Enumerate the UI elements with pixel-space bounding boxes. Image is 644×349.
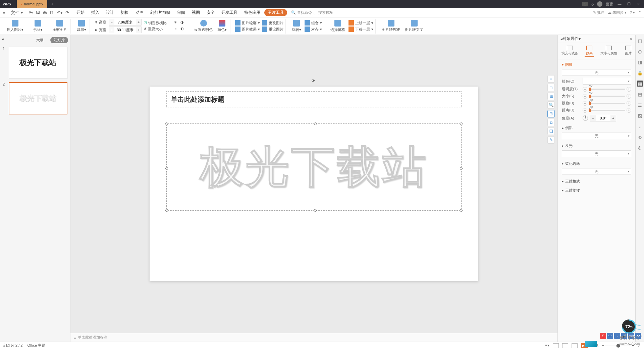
sec-glow[interactable]: ▸ 发光 [562, 143, 631, 148]
lock-ratio-checkbox[interactable]: ☑锁定纵横比 [144, 20, 167, 26]
prop-tab-effect[interactable]: 效果 [585, 45, 594, 57]
notes-bar[interactable]: ≡单击此处添加备注 [70, 333, 557, 342]
pic-to-pdf-button[interactable]: 图片转PDF [380, 19, 401, 33]
slide-thumb-2[interactable]: 极光下载站 [9, 82, 67, 114]
sec-3drotation[interactable]: ▸ 三维旋转 [562, 188, 631, 193]
cloud-icon[interactable]: ◇ [591, 2, 594, 6]
tab-animation[interactable]: 动画 [133, 8, 146, 17]
softedge-select[interactable]: 无 [562, 168, 631, 175]
rotation-handle[interactable]: ⟳ [312, 79, 316, 83]
contrast-plus-icon[interactable]: ◑ [180, 20, 186, 26]
handle-mr[interactable] [460, 167, 463, 170]
blur-slider[interactable]: 0磅 [589, 103, 625, 104]
tab-view[interactable]: 视图 [189, 8, 203, 17]
rail-color-icon[interactable]: ◷ [637, 48, 643, 54]
tab-design[interactable]: 设计 [103, 8, 117, 17]
shadow-color-select[interactable] [583, 78, 631, 85]
handle-br[interactable] [460, 209, 463, 212]
outline-tab[interactable]: 大纲 [33, 37, 47, 43]
handle-bc[interactable] [314, 209, 317, 212]
angle-input[interactable]: −+ [590, 115, 616, 121]
pic-effect-button[interactable]: 图片效果▾ [235, 27, 260, 32]
document-tab[interactable]: normal.pptx [17, 0, 47, 8]
prop-close-icon[interactable]: ✕ [629, 37, 633, 41]
normal-view-icon[interactable] [553, 343, 559, 348]
tab-slideshow[interactable]: 幻灯片放映 [148, 8, 173, 17]
rail-layout-icon[interactable]: ▤ [637, 91, 643, 97]
layer-icon[interactable]: ≡ [547, 75, 555, 83]
transparency-slider[interactable]: 0% [589, 89, 625, 90]
slide-canvas[interactable]: 单击此处添加标题 ⟳ 极光下载站 [150, 87, 478, 281]
search-commands[interactable]: 🔍 查找命令、搜索模板 [291, 10, 333, 15]
grid-tool-icon[interactable]: ⊞ [547, 110, 555, 117]
sorter-view-icon[interactable] [562, 343, 568, 348]
transparent-color-button[interactable]: 设置透明色 [193, 19, 214, 33]
sync-status[interactable]: ☁ 未同步 ▾ [608, 10, 627, 15]
save-icon[interactable]: 🖫 [36, 10, 40, 15]
contrast-minus-icon[interactable]: ◐ [180, 27, 186, 32]
selection-box[interactable] [166, 123, 462, 211]
reset-size-button[interactable]: ↺重设大小 [144, 27, 167, 32]
file-menu[interactable]: 文件 ▾ [8, 8, 26, 17]
handle-tr[interactable] [460, 122, 463, 125]
color-button[interactable]: 颜色▾ [216, 19, 228, 33]
tab-special[interactable]: 特色应用 [241, 8, 263, 17]
sec-3dformat[interactable]: ▸ 三维格式 [562, 179, 631, 184]
close-button[interactable]: ✕ [635, 2, 641, 6]
distance-slider[interactable]: 0磅 [589, 110, 625, 111]
compress-picture-button[interactable]: 压缩图片 [51, 19, 68, 33]
handle-tc[interactable] [314, 122, 317, 125]
shadow-preset[interactable]: 无 [562, 69, 631, 76]
prop-tab-pic[interactable]: 图片 [624, 45, 633, 57]
rail-ai-icon[interactable]: ▦ [637, 81, 643, 87]
reflection-select[interactable]: 无 [562, 133, 631, 139]
edit-tool-icon[interactable]: ✎ [547, 136, 555, 144]
rail-anim-icon[interactable]: ⟲ [637, 134, 643, 140]
print-icon[interactable]: 🖶 [43, 10, 47, 15]
frame-tool-icon[interactable]: ▦ [547, 93, 555, 100]
insert-picture-button[interactable]: 插入图片▾ [5, 19, 25, 33]
align-button[interactable]: 对齐▾ [305, 27, 322, 32]
rotate-button[interactable]: 旋转▾ [290, 19, 303, 33]
prop-tab-fill[interactable]: 填充与线条 [560, 45, 580, 57]
brightness-icon[interactable]: ☀ [174, 20, 179, 26]
move-up-button[interactable]: 上移一层▾ [348, 20, 373, 26]
pic-to-text-button[interactable]: 图片转文字 [404, 19, 425, 33]
change-pic-button[interactable]: 更改图片 [262, 20, 283, 26]
size-slider[interactable]: 0% [589, 96, 625, 97]
preview-icon[interactable]: 🗋 [50, 10, 54, 15]
tab-start[interactable]: 开始 [74, 8, 87, 17]
prop-tab-size[interactable]: 大小与属性 [599, 45, 619, 57]
combine-button[interactable]: 组合▾ [305, 20, 322, 26]
inc-btn[interactable]: + [627, 87, 631, 92]
crop-button[interactable]: 裁剪▾ [75, 19, 88, 33]
annotate-button[interactable]: ✎ 批注 [593, 10, 604, 15]
open-icon[interactable]: 🗁 [29, 10, 33, 15]
tab-picturetools[interactable]: 图片工具 [264, 9, 287, 16]
crop-tool-icon[interactable]: ◻ [547, 84, 555, 91]
angle-dial[interactable] [583, 115, 588, 121]
new-tab-button[interactable]: ＋ [47, 0, 57, 8]
pic-outline-button[interactable]: 图片轮廓▾ [235, 20, 260, 26]
notif-badge[interactable]: 1 [582, 2, 588, 6]
redo-icon[interactable]: ↷ [65, 10, 69, 15]
title-placeholder[interactable]: 单击此处添加标题 [166, 91, 462, 107]
rail-lock-icon[interactable]: 🔒 [637, 70, 643, 76]
zoom-tool-icon[interactable]: 🔍 [547, 101, 555, 109]
menu-icon[interactable]: ≡ [3, 10, 5, 15]
minimize-button[interactable]: — [616, 2, 623, 6]
handle-ml[interactable] [165, 167, 168, 170]
ime-logo-icon[interactable]: S [600, 333, 606, 339]
sec-softedge[interactable]: ▸ 柔化边缘 [562, 161, 631, 166]
rail-assets-icon[interactable]: ◨ [637, 59, 643, 65]
glow-select[interactable]: 无 [562, 150, 631, 157]
undo-icon[interactable]: ↶▾ [57, 10, 63, 15]
rail-pic-icon[interactable]: 🖼 [637, 113, 643, 119]
brightness-minus-icon[interactable]: ☼ [174, 27, 179, 32]
tab-transition[interactable]: 切换 [118, 8, 131, 17]
rail-sound-icon[interactable]: ♪ [637, 123, 643, 130]
dec-btn[interactable]: − [583, 87, 587, 92]
move-down-button[interactable]: 下移一层▾ [348, 27, 373, 32]
rail-more-icon[interactable]: ☰ [637, 102, 643, 108]
collapse-ribbon-icon[interactable]: ⌃ [638, 10, 641, 15]
